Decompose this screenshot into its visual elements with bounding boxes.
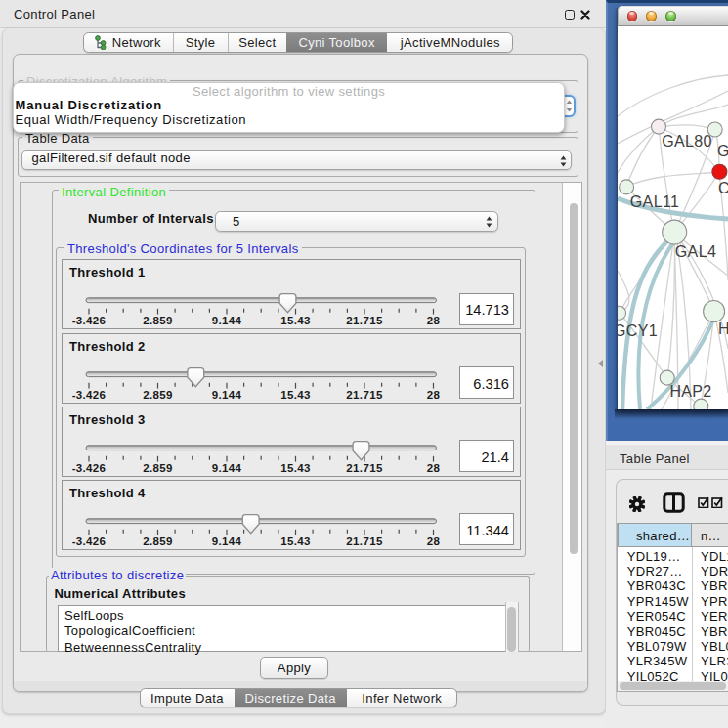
svg-text:21.715: 21.715: [346, 462, 383, 474]
svg-text:GAL80: GAL80: [662, 133, 712, 150]
svg-text:-3.426: -3.426: [72, 389, 107, 401]
svg-text:2.859: 2.859: [143, 462, 173, 474]
svg-text:GAL11: GAL11: [630, 193, 679, 210]
svg-text:28: 28: [427, 315, 441, 326]
svg-text:GAL4: GAL4: [675, 242, 716, 259]
svg-text:15.43: 15.43: [280, 535, 311, 547]
svg-text:21.715: 21.715: [346, 535, 383, 547]
svg-text:9.144: 9.144: [212, 535, 242, 547]
svg-text:28: 28: [427, 535, 441, 547]
svg-text:H: H: [718, 321, 728, 337]
svg-text:21.715: 21.715: [346, 315, 383, 326]
svg-text:28: 28: [427, 462, 441, 474]
svg-text:9.144: 9.144: [212, 389, 242, 401]
svg-text:2.859: 2.859: [143, 535, 173, 547]
svg-text:GA: GA: [717, 143, 728, 159]
svg-text:GCY1: GCY1: [618, 321, 658, 338]
svg-text:9.144: 9.144: [212, 315, 242, 326]
svg-text:28: 28: [427, 389, 441, 401]
svg-text:15.43: 15.43: [280, 462, 311, 474]
svg-text:21.715: 21.715: [346, 389, 383, 401]
svg-text:C: C: [718, 180, 728, 196]
svg-text:-3.426: -3.426: [72, 535, 107, 547]
svg-text:2.859: 2.859: [143, 315, 173, 326]
svg-text:15.43: 15.43: [280, 389, 311, 401]
svg-text:9.144: 9.144: [212, 462, 242, 474]
svg-text:-3.426: -3.426: [72, 462, 107, 474]
svg-text:HAP2: HAP2: [669, 383, 711, 400]
svg-text:2.859: 2.859: [143, 389, 173, 401]
svg-text:15.43: 15.43: [280, 315, 311, 326]
svg-text:-3.426: -3.426: [72, 315, 107, 326]
